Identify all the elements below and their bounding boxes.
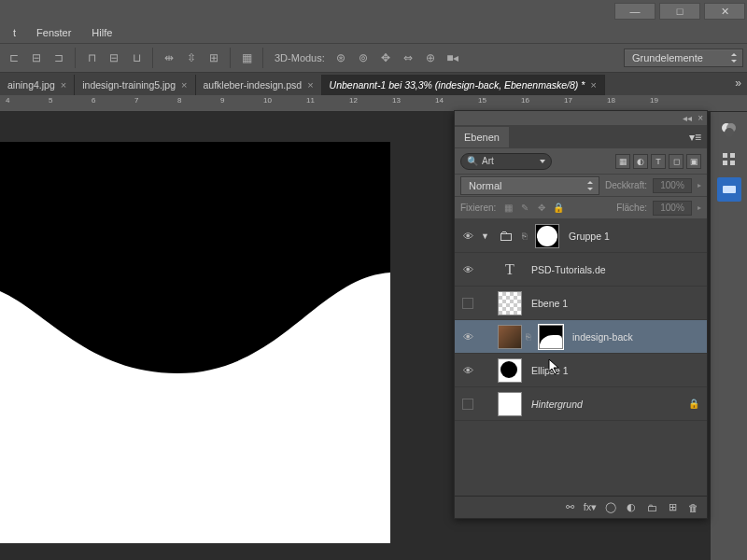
fill-flyout-icon[interactable]: ▸ bbox=[698, 203, 701, 212]
layer-hintergrund[interactable]: Hintergrund 🔒 bbox=[455, 387, 707, 421]
align-left-icon[interactable]: ⊏ bbox=[4, 48, 24, 68]
link-layers-icon[interactable]: ⚯ bbox=[561, 499, 578, 516]
workspace-label: Grundelemente bbox=[632, 52, 703, 63]
layer-thumb[interactable] bbox=[498, 291, 522, 315]
menu-hilfe[interactable]: Hilfe bbox=[82, 24, 121, 41]
filter-pixel-icon[interactable]: ▦ bbox=[615, 154, 630, 169]
layer-thumb[interactable] bbox=[498, 325, 522, 349]
layer-mask-icon[interactable]: ◯ bbox=[602, 499, 619, 516]
visibility-toggle[interactable]: 👁 bbox=[458, 231, 477, 242]
new-layer-icon[interactable]: ⊞ bbox=[664, 499, 681, 516]
layer-ellipse-1[interactable]: 👁 Ellipse 1 bbox=[455, 354, 707, 387]
layer-text-psd-tutorials[interactable]: 👁 T PSD-Tutorials.de bbox=[455, 253, 707, 287]
visibility-toggle[interactable]: 👁 bbox=[458, 264, 477, 275]
panel-close-icon[interactable]: × bbox=[698, 113, 703, 123]
3d-slide-icon[interactable]: ⇔ bbox=[398, 48, 418, 68]
filter-adjustment-icon[interactable]: ◐ bbox=[633, 154, 648, 169]
lock-position-icon[interactable]: ✥ bbox=[535, 202, 548, 215]
filter-type-icon[interactable]: T bbox=[651, 154, 666, 169]
filter-shape-icon[interactable]: ◻ bbox=[669, 154, 684, 169]
lock-all-icon[interactable]: 🔒 bbox=[552, 202, 565, 215]
minimize-button[interactable]: — bbox=[614, 3, 655, 20]
align-top-icon[interactable]: ⊓ bbox=[81, 48, 102, 68]
workspace-dropdown[interactable]: Grundelemente bbox=[624, 49, 743, 67]
close-button[interactable]: ✕ bbox=[704, 3, 745, 20]
group-toggle-icon[interactable]: ▼ bbox=[481, 231, 490, 241]
svg-rect-6 bbox=[730, 161, 735, 165]
document-canvas[interactable] bbox=[0, 142, 390, 543]
auto-align-icon[interactable]: ▦ bbox=[236, 48, 257, 68]
layer-name[interactable]: Ellipse 1 bbox=[531, 365, 703, 376]
distribute-space-icon[interactable]: ⊞ bbox=[204, 48, 224, 68]
align-right-icon[interactable]: ⊐ bbox=[49, 48, 69, 68]
panel-titlebar[interactable]: ◂◂ × bbox=[455, 111, 707, 126]
search-icon: 🔍 bbox=[467, 156, 478, 166]
close-icon[interactable]: × bbox=[61, 79, 66, 91]
layer-name[interactable]: Gruppe 1 bbox=[569, 231, 703, 242]
layer-thumb[interactable] bbox=[498, 392, 522, 416]
close-icon[interactable]: × bbox=[590, 79, 596, 91]
adjustment-layer-icon[interactable]: ◐ bbox=[623, 499, 640, 516]
layer-name[interactable]: Ebene 1 bbox=[531, 298, 703, 309]
close-icon[interactable]: × bbox=[181, 79, 187, 91]
menu-fenster[interactable]: Fenster bbox=[27, 24, 80, 41]
close-icon[interactable]: × bbox=[307, 79, 313, 91]
layer-indesign-back[interactable]: 👁 ⎘ indesign-back bbox=[455, 320, 707, 354]
filter-type-dropdown[interactable]: 🔍 Art bbox=[460, 153, 552, 170]
tab-unbenannt-1[interactable]: Unbenannt-1 bei 33,3% (indesign-back, Eb… bbox=[322, 75, 605, 95]
delete-layer-icon[interactable]: 🗑 bbox=[684, 499, 701, 516]
align-center-h-icon[interactable]: ⊟ bbox=[26, 48, 47, 68]
3d-pan-icon[interactable]: ✥ bbox=[375, 48, 396, 68]
ruler-tick: 13 bbox=[392, 96, 401, 105]
blend-opacity-row: Normal Deckkraft: 100% ▸ bbox=[455, 175, 707, 197]
tab-aining4[interactable]: aining4.jpg× bbox=[0, 75, 75, 95]
layer-group-gruppe-1[interactable]: 👁 ▼ 🗀 ⎘ Gruppe 1 bbox=[455, 219, 707, 253]
tab-label: aufkleber-indesign.psd bbox=[204, 79, 303, 91]
layer-name[interactable]: PSD-Tutorials.de bbox=[531, 264, 703, 275]
filter-smart-icon[interactable]: ▣ bbox=[686, 154, 701, 169]
layers-panel: ◂◂ × Ebenen ▾≡ 🔍 Art ▦ ◐ T ◻ ▣ Normal De… bbox=[454, 110, 708, 519]
lock-transparency-icon[interactable]: ▦ bbox=[501, 202, 514, 215]
color-panel-icon[interactable] bbox=[717, 118, 741, 142]
tab-aufkleber[interactable]: aufkleber-indesign.psd× bbox=[196, 75, 322, 95]
lock-pixels-icon[interactable]: ✎ bbox=[518, 202, 531, 215]
layers-panel-icon[interactable] bbox=[717, 177, 741, 202]
align-bottom-icon[interactable]: ⊔ bbox=[126, 48, 147, 68]
layer-name[interactable]: Hintergrund bbox=[531, 399, 684, 410]
collapse-icon[interactable]: ◂◂ bbox=[683, 113, 692, 123]
opacity-flyout-icon[interactable]: ▸ bbox=[698, 181, 701, 189]
3d-scale-icon[interactable]: ⊕ bbox=[420, 48, 441, 68]
svg-rect-3 bbox=[723, 153, 727, 158]
layer-mask-thumb[interactable] bbox=[539, 325, 563, 349]
3d-roll-icon[interactable]: ⊚ bbox=[353, 48, 374, 68]
opacity-input[interactable]: 100% bbox=[653, 178, 692, 193]
layer-thumb[interactable] bbox=[498, 358, 522, 383]
ruler-tick: 17 bbox=[564, 96, 572, 105]
tab-training5[interactable]: indesign-training5.jpg× bbox=[75, 75, 195, 95]
visibility-toggle[interactable]: 👁 bbox=[458, 365, 477, 376]
ruler-tick: 11 bbox=[306, 96, 315, 105]
layer-mask-thumb[interactable] bbox=[535, 224, 559, 248]
distribute-v-icon[interactable]: ⇳ bbox=[181, 48, 202, 68]
align-center-v-icon[interactable]: ⊟ bbox=[104, 48, 124, 68]
tab-ebenen[interactable]: Ebenen bbox=[455, 127, 509, 147]
panel-dock bbox=[710, 112, 747, 560]
layer-fx-icon[interactable]: fx▾ bbox=[582, 499, 599, 516]
3d-camera-icon[interactable]: ■◂ bbox=[443, 48, 463, 68]
distribute-h-icon[interactable]: ⇹ bbox=[159, 48, 179, 68]
layer-name[interactable]: indesign-back bbox=[572, 331, 703, 343]
tabs-overflow-button[interactable]: » bbox=[735, 77, 741, 90]
new-group-icon[interactable]: 🗀 bbox=[643, 499, 660, 516]
visibility-toggle[interactable]: 👁 bbox=[458, 331, 477, 343]
filter-type-label: Art bbox=[482, 156, 494, 166]
menu-unknown[interactable]: t bbox=[4, 24, 25, 41]
3d-orbit-icon[interactable]: ⊛ bbox=[331, 48, 351, 68]
visibility-toggle[interactable] bbox=[458, 298, 477, 309]
panel-menu-icon[interactable]: ▾≡ bbox=[684, 131, 707, 144]
blend-mode-dropdown[interactable]: Normal bbox=[460, 176, 599, 195]
maximize-button[interactable]: □ bbox=[659, 3, 700, 20]
adjustments-panel-icon[interactable] bbox=[717, 147, 741, 172]
visibility-toggle[interactable] bbox=[458, 399, 477, 410]
layer-ebene-1[interactable]: Ebene 1 bbox=[455, 287, 707, 320]
fill-input[interactable]: 100% bbox=[653, 201, 692, 216]
